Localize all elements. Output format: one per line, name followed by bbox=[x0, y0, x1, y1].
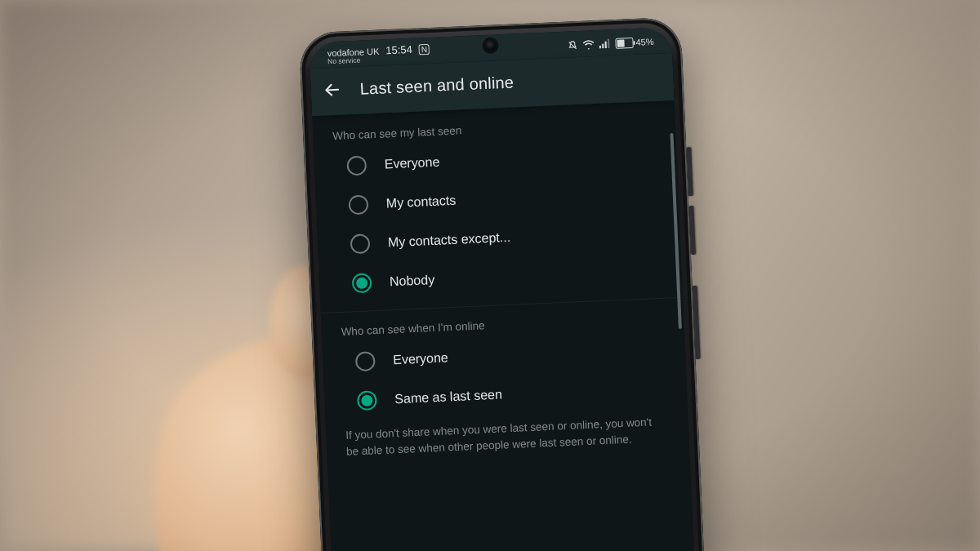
radio-label: Everyone bbox=[384, 155, 439, 172]
mute-icon bbox=[567, 39, 578, 51]
radio-icon bbox=[346, 155, 367, 176]
radio-label: My contacts bbox=[385, 193, 456, 211]
screen: vodafone UK No service 15:54 N bbox=[309, 27, 695, 551]
wifi-icon bbox=[582, 39, 595, 50]
service-status: No service bbox=[327, 56, 380, 64]
radio-icon-checked bbox=[352, 273, 372, 293]
page-title: Last seen and online bbox=[359, 73, 514, 98]
radio-label: My contacts except... bbox=[388, 230, 511, 251]
back-button[interactable] bbox=[322, 80, 342, 100]
signal-icon bbox=[599, 38, 611, 49]
carrier-block: vodafone UK No service bbox=[327, 47, 380, 64]
status-left: vodafone UK No service 15:54 N bbox=[327, 42, 430, 65]
radio-icon bbox=[355, 351, 376, 371]
battery-indicator: 45% bbox=[615, 36, 654, 48]
radio-label: Same as last seen bbox=[394, 387, 502, 407]
battery-icon bbox=[615, 38, 634, 49]
radio-icon bbox=[348, 194, 368, 215]
radio-label: Nobody bbox=[390, 273, 435, 289]
radio-icon bbox=[350, 233, 371, 254]
svg-rect-4 bbox=[604, 42, 606, 48]
radio-icon-checked bbox=[357, 390, 377, 411]
svg-rect-5 bbox=[608, 39, 610, 48]
content-scroll[interactable]: Who can see my last seen Everyone My con… bbox=[312, 100, 695, 551]
svg-rect-3 bbox=[602, 44, 604, 49]
svg-rect-2 bbox=[599, 46, 601, 49]
status-right: 45% bbox=[567, 36, 653, 51]
nfc-icon: N bbox=[419, 44, 430, 56]
svg-line-6 bbox=[327, 90, 338, 91]
phone-frame: vodafone UK No service 15:54 N bbox=[299, 16, 706, 551]
arrow-left-icon bbox=[323, 81, 341, 100]
battery-label: 45% bbox=[635, 37, 654, 47]
status-clock: 15:54 bbox=[385, 43, 412, 56]
radio-label: Everyone bbox=[393, 350, 448, 367]
